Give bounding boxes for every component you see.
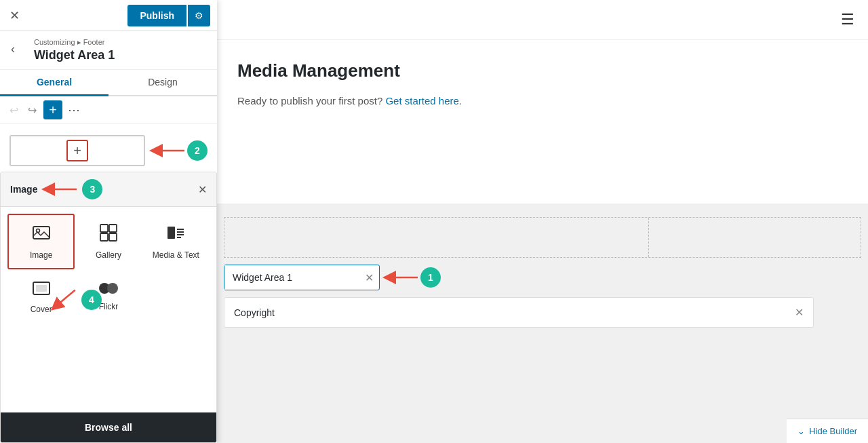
top-bar: ✕ Publish ⚙ (0, 0, 217, 31)
browse-all-button[interactable]: Browse all (1, 412, 216, 442)
preview-content: Media Management Ready to publish your f… (217, 40, 868, 139)
back-button[interactable]: ‹ (5, 39, 20, 59)
annotation-circle-1: 1 (420, 267, 441, 288)
breadcrumb-path: Customizing ▸ Footer (34, 38, 206, 47)
picker-item-media-text-label: Media & Text (153, 250, 199, 260)
picker-grid: Image Gallery (1, 207, 216, 330)
picker-item-media-text[interactable]: Media & Text (142, 214, 210, 269)
svg-rect-9 (109, 233, 117, 241)
widget-area-input[interactable] (224, 265, 359, 290)
svg-rect-16 (36, 285, 47, 292)
picker-header: Image 3 ✕ (1, 172, 216, 207)
annotation-circle-2: 2 (187, 140, 208, 161)
flickr-icon-svg (98, 282, 119, 295)
close-button[interactable]: ✕ (7, 5, 22, 26)
media-text-icon-svg (166, 223, 185, 242)
svg-rect-6 (100, 225, 108, 232)
svg-point-20 (107, 283, 118, 294)
tab-general[interactable]: General (0, 70, 108, 96)
svg-rect-10 (167, 227, 175, 239)
image-icon-svg (32, 223, 51, 242)
breadcrumb-title: Widget Area 1 (34, 48, 206, 62)
left-panel-body: + 2 Image (0, 124, 217, 443)
arrow-1-svg (384, 271, 418, 284)
annotation-2-group: 2 (151, 140, 208, 161)
picker-title: Image (10, 184, 37, 195)
picker-item-image[interactable]: Image (7, 214, 75, 269)
picker-item-cover-label: Cover (31, 305, 52, 314)
footer-dashed-right (649, 218, 861, 257)
hide-builder-chevron: ⌄ (797, 426, 805, 436)
picker-header-inner: Image 3 (10, 179, 102, 199)
right-panel: ☰ Media Management Ready to publish your… (217, 0, 868, 443)
picker-item-image-icon (32, 223, 51, 246)
hide-builder-bar[interactable]: ⌄ Hide Builder (787, 419, 868, 443)
picker-item-flickr-icon (98, 282, 119, 298)
widget-area-annotation-row: ✕ 1 (224, 265, 861, 290)
svg-rect-7 (109, 225, 117, 232)
picker-item-media-text-icon (166, 223, 185, 246)
publish-area: Publish ⚙ (127, 5, 210, 26)
preview-top-bar: ☰ (217, 0, 868, 40)
picker-item-cover[interactable]: Cover (7, 269, 75, 324)
widget-area-row: ✕ (224, 265, 380, 290)
add-block-button[interactable]: + (43, 100, 62, 119)
publish-button[interactable]: Publish (127, 5, 186, 26)
cover-icon-svg (32, 279, 51, 298)
widget-picker: Image 3 ✕ (0, 172, 217, 443)
redo-button[interactable]: ↪ (25, 101, 39, 119)
copyright-label: Copyright (234, 307, 275, 318)
preview-title: Media Management (237, 60, 848, 81)
add-widget-button[interactable]: + (66, 140, 88, 161)
widget-area-clear-button[interactable]: ✕ (359, 266, 379, 290)
widget-placeholder: + (9, 135, 145, 166)
annotation-circle-3: 3 (82, 179, 102, 199)
picker-close-button[interactable]: ✕ (198, 183, 207, 196)
toolbar-row: ↩ ↪ + ⋯ (0, 96, 217, 124)
picker-item-gallery[interactable]: Gallery (75, 214, 142, 269)
annotation-1-group: 1 (384, 267, 441, 288)
left-panel: ✕ Publish ⚙ ‹ Customizing ▸ Footer Widge… (0, 0, 217, 443)
preview-area: ☰ Media Management Ready to publish your… (217, 0, 868, 204)
picker-item-gallery-label: Gallery (96, 250, 121, 260)
publish-settings-button[interactable]: ⚙ (188, 5, 210, 26)
copyright-close-button[interactable]: ✕ (795, 306, 804, 319)
tabs-row: General Design (0, 70, 217, 96)
picker-item-flickr[interactable]: Flickr (75, 269, 142, 324)
footer-dashed-left (224, 218, 649, 257)
picker-item-cover-icon (32, 279, 51, 301)
svg-rect-4 (33, 227, 50, 239)
footer-dashed-row (224, 217, 861, 258)
svg-rect-8 (100, 233, 108, 241)
undo-button[interactable]: ↩ (7, 101, 21, 119)
gallery-icon-svg (99, 223, 118, 242)
tab-design[interactable]: Design (108, 70, 217, 96)
arrow-2-svg (151, 144, 184, 157)
picker-item-image-label: Image (30, 250, 52, 260)
footer-area: ✕ 1 Copyright ✕ (217, 204, 868, 337)
picker-item-flickr-label: Flickr (99, 302, 119, 311)
hide-builder-label: Hide Builder (809, 426, 857, 436)
breadcrumb-area: ‹ Customizing ▸ Footer Widget Area 1 (0, 31, 217, 70)
picker-item-gallery-icon (99, 223, 118, 246)
arrow-3-svg (43, 182, 77, 196)
get-started-link[interactable]: Get started here (385, 95, 458, 107)
more-options-button[interactable]: ⋯ (68, 102, 80, 117)
copyright-row: Copyright ✕ (224, 297, 814, 328)
preview-subtitle: Ready to publish your first post? Get st… (237, 95, 848, 107)
hamburger-icon: ☰ (841, 11, 854, 28)
